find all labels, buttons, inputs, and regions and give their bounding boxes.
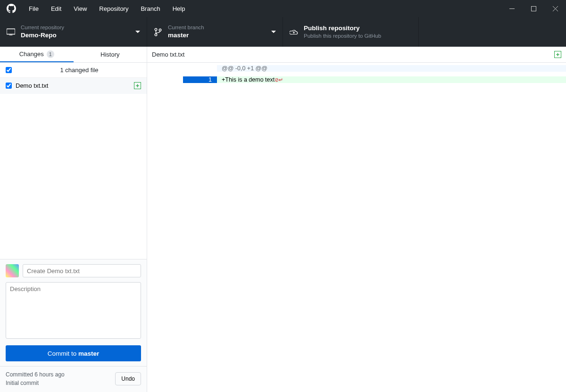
diff-panel: Demo txt.txt + @@ -0,0 +1 @@ 1 +This is … [147, 47, 566, 392]
branch-icon [154, 28, 162, 36]
file-added-icon: + [134, 82, 141, 89]
publish-repository-button[interactable]: Publish repository Publish this reposito… [283, 17, 419, 47]
diff-line-addition[interactable]: 1 +This is a demo text⊘↵ [147, 74, 566, 85]
select-all-checkbox[interactable] [6, 67, 12, 73]
commit-form: Commit to master [0, 259, 147, 366]
commit-summary-input[interactable] [23, 264, 141, 277]
no-newline-icon: ⊘↵ [275, 77, 283, 83]
avatar [6, 264, 19, 277]
toolbar-spacer [419, 17, 566, 47]
file-name: Demo txt.txt [16, 82, 134, 89]
left-panel: Changes 1 History 1 changed file Demo tx… [0, 47, 147, 392]
file-list-header: 1 changed file [0, 63, 147, 78]
file-item[interactable]: Demo txt.txt + [0, 78, 147, 94]
svg-rect-4 [7, 29, 15, 34]
last-commit-message: Initial commit [6, 379, 65, 387]
menu-view[interactable]: View [67, 0, 93, 17]
diff-body: @@ -0,0 +1 @@ 1 +This is a demo text⊘↵ [147, 63, 566, 85]
svg-rect-5 [9, 34, 13, 35]
chevron-down-icon [135, 30, 140, 34]
close-button[interactable] [544, 0, 566, 17]
current-branch-sublabel: Current branch [168, 24, 204, 31]
svg-rect-1 [531, 6, 536, 11]
menu-edit[interactable]: Edit [45, 0, 67, 17]
menu-help[interactable]: Help [166, 0, 191, 17]
file-list-header-label: 1 changed file [17, 67, 141, 74]
menu-repository[interactable]: Repository [93, 0, 134, 17]
window-controls [501, 0, 566, 17]
minimize-button[interactable] [501, 0, 523, 17]
tab-changes[interactable]: Changes 1 [0, 47, 74, 62]
changes-count-badge: 1 [47, 50, 54, 58]
content-area: Changes 1 History 1 changed file Demo tx… [0, 47, 566, 392]
diff-file-name: Demo txt.txt [152, 51, 184, 58]
svg-point-7 [155, 33, 157, 36]
commit-button[interactable]: Commit to master [6, 345, 141, 361]
github-logo-icon [7, 4, 16, 13]
gutter-new: 1 [183, 76, 217, 83]
commit-button-prefix: Commit to [48, 350, 78, 357]
svg-point-6 [155, 28, 157, 31]
monitor-icon [7, 28, 15, 36]
commit-button-branch: master [78, 350, 99, 357]
diff-expand-icon[interactable]: + [554, 51, 561, 58]
toolbar: Current repository Demo-Repo Current bra… [0, 17, 566, 47]
current-branch-name: master [168, 31, 204, 40]
current-branch-dropdown[interactable]: Current branch master [147, 17, 283, 47]
current-repository-dropdown[interactable]: Current repository Demo-Repo [0, 17, 147, 47]
diff-hunk-header: @@ -0,0 +1 @@ [147, 63, 566, 74]
diff-hunk-text: @@ -0,0 +1 @@ [217, 65, 566, 72]
cloud-upload-icon [290, 28, 298, 36]
menu-branch[interactable]: Branch [134, 0, 166, 17]
maximize-button[interactable] [523, 0, 544, 17]
diff-line-content: +This is a demo text⊘↵ [217, 76, 566, 83]
chevron-down-icon [271, 30, 276, 34]
last-commit-footer: Committed 6 hours ago Initial commit Und… [0, 366, 147, 392]
commit-description-input[interactable] [6, 282, 141, 339]
publish-repository-title: Publish repository [304, 24, 381, 33]
diff-header: Demo txt.txt + [147, 47, 566, 63]
publish-repository-subtitle: Publish this repository to GitHub [304, 33, 381, 40]
current-repository-sublabel: Current repository [21, 24, 64, 31]
tab-changes-label: Changes [19, 50, 44, 58]
last-commit-time: Committed 6 hours ago [6, 370, 65, 379]
file-checkbox[interactable] [6, 83, 12, 89]
titlebar: File Edit View Repository Branch Help [0, 0, 566, 17]
left-tabs: Changes 1 History [0, 47, 147, 63]
svg-point-8 [159, 29, 161, 31]
tab-history[interactable]: History [74, 47, 147, 62]
menu-file[interactable]: File [23, 0, 45, 17]
undo-button[interactable]: Undo [115, 372, 141, 385]
current-repository-name: Demo-Repo [21, 31, 64, 40]
